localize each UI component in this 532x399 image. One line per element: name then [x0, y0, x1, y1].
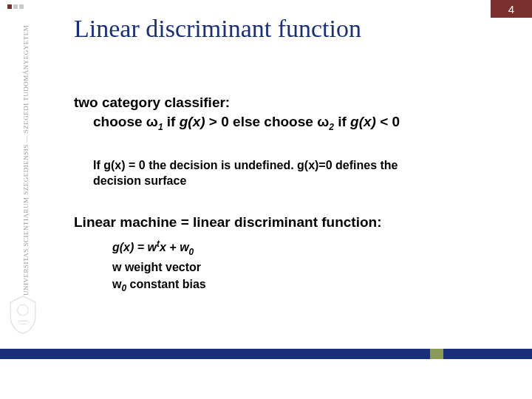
text: if — [334, 114, 350, 129]
text: constant bias — [126, 278, 206, 290]
w-label: w weight vector — [112, 259, 488, 276]
text: if — [163, 114, 180, 129]
sidebar: UNIVERSITAS SCIENTIARUM SZEGEDIENSIS — S… — [0, 0, 44, 355]
omega-symbol: ω — [317, 114, 329, 129]
page-number: 4 — [491, 0, 532, 18]
text: x + w — [160, 241, 189, 253]
w0-label: w0 constant bias — [112, 276, 488, 296]
institution-name: UNIVERSITAS SCIENTIARUM SZEGEDIENSIS — S… — [22, 25, 30, 296]
classifier-block: two category classifier: choose ω1 if g(… — [74, 95, 488, 189]
footer-bar — [0, 349, 532, 359]
text: choose — [93, 114, 146, 129]
subscript: 2 — [329, 122, 334, 132]
university-crest-icon — [7, 294, 38, 335]
gx: g(x) — [350, 114, 376, 129]
classifier-rule: choose ω1 if g(x) > 0 else choose ω2 if … — [93, 114, 488, 132]
linear-heading: Linear machine = linear discriminant fun… — [74, 214, 488, 231]
linear-definitions: g(x) = wtx + w0 w weight vector w0 const… — [112, 238, 488, 296]
dot-icon — [19, 4, 24, 9]
dot-icon — [7, 4, 12, 9]
sidebar-dots — [7, 4, 24, 9]
slide-title: Linear discriminant function — [74, 15, 488, 43]
subscript: 1 — [158, 122, 163, 132]
slide-content: Linear discriminant function two categor… — [74, 15, 488, 296]
text: g(x) = w — [112, 241, 157, 253]
text: w — [112, 278, 121, 290]
text: > 0 else choose — [205, 114, 318, 129]
equation: g(x) = wtx + w0 — [112, 238, 488, 259]
dot-icon — [13, 4, 18, 9]
text: < 0 — [376, 114, 400, 129]
footer-accent — [430, 349, 443, 359]
classifier-heading: two category classifier: — [74, 95, 488, 111]
svg-point-0 — [18, 304, 29, 316]
decision-note: If g(x) = 0 the decision is undefined. g… — [93, 157, 440, 189]
subscript: 0 — [189, 247, 194, 257]
gx: g(x) — [180, 114, 205, 129]
omega-symbol: ω — [146, 114, 158, 129]
